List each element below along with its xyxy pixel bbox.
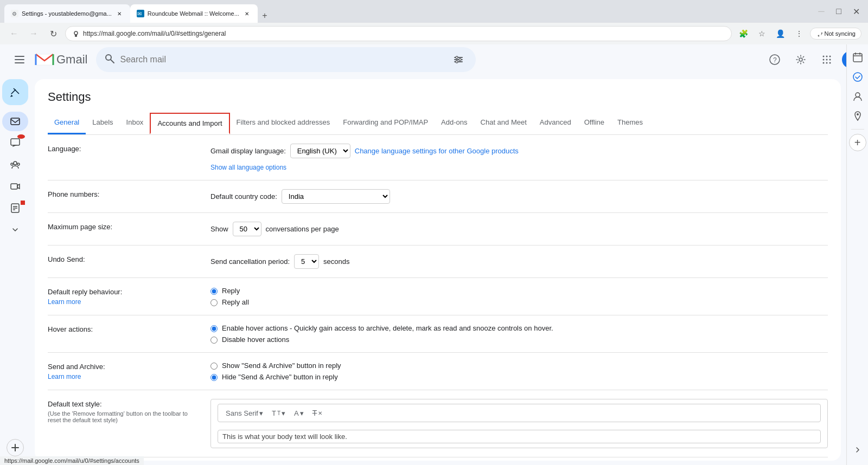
show-send-archive-option[interactable]: Show "Send & Archive" button in reply (210, 361, 828, 370)
language-inline: Gmail display language: English (UK) Cha… (210, 144, 828, 158)
browser-actions: 🧩 ☆ 👤 ⋮ Not syncing (736, 26, 861, 41)
tab-labels[interactable]: Labels (86, 113, 119, 134)
default-country-label: Default country code: (210, 192, 277, 201)
tab1-favicon: ⚙ (11, 10, 18, 17)
svg-rect-32 (11, 139, 20, 145)
main-menu-button[interactable] (9, 49, 30, 70)
tab-themes[interactable]: Themes (611, 113, 649, 134)
settings-content: Settings General Labels Inbox Accounts a… (35, 79, 841, 461)
tasks-icon (852, 75, 863, 82)
tab-inbox[interactable]: Inbox (120, 113, 150, 134)
settings-button[interactable] (790, 49, 812, 70)
tab-offline[interactable]: Offline (578, 113, 611, 134)
svg-point-21 (826, 56, 828, 57)
add-icon (11, 443, 20, 452)
language-select[interactable]: English (UK) (290, 144, 350, 158)
settings-body: Language: Gmail display language: Englis… (48, 135, 828, 461)
minimize-button[interactable]: ─ (814, 4, 829, 19)
text-style-row: Default text style: (Use the 'Remove for… (48, 390, 828, 457)
topbar-right: ? Y (764, 49, 859, 70)
sidebar-nav-spaces[interactable] (2, 155, 28, 175)
show-label: Show (210, 225, 228, 233)
country-select[interactable]: India (282, 189, 390, 204)
sidebar-nav-meet[interactable] (2, 177, 28, 196)
contacts-icon (852, 91, 863, 102)
font-size-button[interactable]: TT ▾ (270, 408, 288, 418)
search-options-button[interactable] (450, 51, 467, 68)
page-size-inline: Show 50 conversations per page (210, 222, 828, 236)
page-size-select[interactable]: 50 (233, 222, 261, 236)
enable-hover-radio[interactable] (210, 325, 218, 332)
search-bar[interactable] (96, 47, 476, 72)
browser-chrome: ⚙ Settings - youstabledemo@gma... ✕ ✉ Ro… (0, 0, 868, 23)
svg-point-19 (799, 58, 802, 61)
bookmark-star[interactable]: ☆ (755, 26, 770, 41)
right-sidebar-tasks[interactable] (849, 75, 866, 86)
maximize-button[interactable]: □ (831, 4, 846, 19)
tab2-close[interactable]: ✕ (242, 9, 251, 18)
sidebar-nav-mail[interactable] (2, 112, 28, 131)
send-archive-learn-more[interactable]: Learn more (48, 373, 202, 380)
svg-rect-31 (11, 118, 20, 125)
disable-hover-radio[interactable] (210, 337, 218, 344)
page-size-row: Maximum page size: Show 50 conversations… (48, 213, 828, 246)
right-sidebar-contacts[interactable] (849, 88, 866, 105)
right-sidebar-add-button[interactable]: + (849, 134, 866, 151)
right-sidebar-expand[interactable] (849, 441, 866, 458)
show-all-language-link[interactable]: Show all language options (210, 164, 828, 171)
svg-rect-6 (15, 56, 24, 57)
sync-status-text: Not syncing (825, 30, 856, 37)
browser-menu[interactable]: ⋮ (792, 26, 807, 41)
reply-option[interactable]: Reply (210, 287, 828, 295)
reply-radio[interactable] (210, 288, 218, 295)
tab-accounts[interactable]: Accounts and Import (150, 113, 229, 134)
tab1-close[interactable]: ✕ (115, 9, 124, 18)
show-send-archive-radio[interactable] (210, 363, 218, 370)
browser-tab-2[interactable]: ✉ Roundcube Webmail :: Welcome... ✕ (130, 4, 258, 23)
sidebar-nav-notes[interactable] (2, 198, 28, 218)
sidebar-expand-button[interactable] (2, 220, 28, 240)
sync-status-button[interactable]: Not syncing (810, 28, 861, 40)
lock-icon (72, 30, 80, 37)
remove-formatting-button[interactable]: T ✕ (310, 408, 325, 418)
close-button[interactable]: ✕ (848, 4, 864, 19)
enable-hover-option[interactable]: Enable hover actions - Quickly gain acce… (210, 324, 828, 332)
tab-filters[interactable]: Filters and blocked addresses (230, 113, 337, 134)
profile-button[interactable]: 👤 (773, 26, 788, 41)
tab-general[interactable]: General (48, 113, 86, 134)
search-input[interactable] (120, 55, 444, 64)
new-tab-button[interactable]: + (258, 9, 272, 23)
tab-forwarding[interactable]: Forwarding and POP/IMAP (336, 113, 435, 134)
svg-point-49 (857, 113, 859, 115)
google-apps-button[interactable] (816, 49, 838, 70)
font-family-button[interactable]: Sans Serif ▾ (224, 408, 265, 418)
extensions-button[interactable]: 🧩 (736, 26, 751, 41)
right-sidebar: + (846, 75, 868, 465)
help-button[interactable]: ? (764, 49, 786, 70)
compose-button[interactable] (2, 79, 28, 105)
sidebar-add-button[interactable] (7, 439, 24, 456)
back-button[interactable]: ← (7, 26, 22, 41)
notes-dot (21, 201, 25, 205)
change-language-link[interactable]: Change language settings for other Googl… (355, 147, 519, 155)
tab-advanced[interactable]: Advanced (533, 113, 578, 134)
font-color-button[interactable]: A ▾ (292, 408, 306, 418)
undo-send-label: Undo Send: (48, 254, 210, 263)
browser-tab-1[interactable]: ⚙ Settings - youstabledemo@gma... ✕ (4, 4, 130, 23)
hide-send-archive-radio[interactable] (210, 374, 218, 381)
reply-all-option[interactable]: Reply all (210, 298, 828, 306)
tab-chat[interactable]: Chat and Meet (474, 113, 533, 134)
reload-button[interactable]: ↻ (46, 26, 61, 41)
tab-addons[interactable]: Add-ons (435, 113, 474, 134)
address-bar[interactable]: https://mail.google.com/mail/u/0/#settin… (65, 26, 732, 41)
cancellation-select[interactable]: 5 (294, 254, 319, 269)
maps-icon (852, 111, 863, 121)
gmail-logo-text: Gmail (56, 53, 87, 67)
hide-send-archive-option[interactable]: Hide "Send & Archive" button in reply (210, 373, 828, 381)
default-reply-learn-more[interactable]: Learn more (48, 298, 202, 306)
disable-hover-option[interactable]: Disable hover actions (210, 335, 828, 344)
forward-button[interactable]: → (26, 26, 41, 41)
reply-all-radio[interactable] (210, 299, 218, 306)
right-sidebar-maps[interactable] (849, 107, 866, 125)
sidebar-nav-chat[interactable] (2, 133, 28, 153)
